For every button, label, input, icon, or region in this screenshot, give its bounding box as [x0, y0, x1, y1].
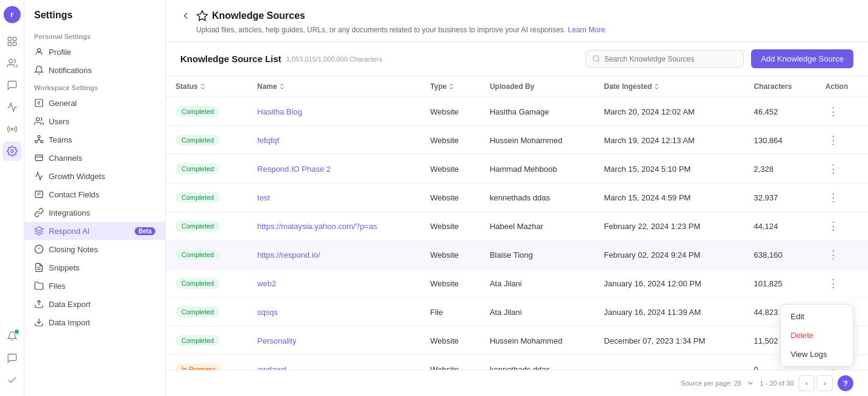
status-sort[interactable]: Status	[175, 82, 206, 91]
name-sort[interactable]: Name	[257, 82, 286, 91]
icon-bar-dashboard[interactable]	[2, 32, 22, 51]
action-menu-button[interactable]: ⋮	[825, 161, 841, 177]
prev-page-button[interactable]: ‹	[799, 375, 814, 391]
action-menu-button[interactable]: ⋮	[825, 275, 841, 291]
dropdown-view-logs[interactable]: View Logs	[781, 345, 853, 364]
learn-more-link[interactable]: Learn More	[568, 26, 605, 34]
icon-bar-broadcast[interactable]	[2, 119, 22, 139]
icon-bar-reports[interactable]	[2, 97, 22, 117]
name-link[interactable]: awdawd	[257, 365, 286, 370]
svg-point-11	[35, 140, 37, 143]
action-menu-button[interactable]: ⋮	[825, 104, 841, 119]
svg-line-24	[598, 60, 599, 62]
type-cell: Website	[420, 241, 480, 269]
status-cell: In Progress	[166, 355, 247, 370]
sidebar-item-data-export[interactable]: Data Export	[24, 295, 165, 313]
status-cell: Completed	[166, 298, 247, 327]
sidebar-item-notifications[interactable]: Notifications	[24, 61, 165, 79]
action-menu-button[interactable]: ⋮	[825, 132, 841, 148]
icon-bar-settings[interactable]	[2, 141, 22, 161]
uploaded-by-cell: Hussein Mohammed	[480, 327, 595, 355]
characters-cell: 130,864	[744, 126, 815, 155]
name-link[interactable]: fefqfqf	[257, 136, 279, 145]
sidebar-item-data-import[interactable]: Data Import	[24, 313, 165, 331]
name-link[interactable]: sqsqs	[257, 308, 278, 317]
characters-cell: 44,124	[744, 212, 815, 241]
sidebar-item-integrations[interactable]: Integrations	[24, 203, 165, 222]
uploaded-by-cell: Ata Jilani	[480, 298, 595, 327]
sidebar-item-growth-widgets[interactable]: Growth Widgets	[24, 167, 165, 185]
status-badge: Completed	[175, 135, 220, 146]
sidebar-item-general[interactable]: General	[24, 94, 165, 112]
avatar[interactable]: r	[4, 6, 21, 23]
col-status: Status	[166, 76, 247, 97]
name-link[interactable]: https://respond.io/	[257, 250, 320, 260]
col-date-ingested: Date Ingested	[595, 76, 744, 97]
sidebar-item-closing-notes[interactable]: Closing Notes	[24, 240, 165, 258]
sidebar-item-contact-fields[interactable]: Contact Fields	[24, 185, 165, 203]
sidebar: Settings Personal Settings Profile Notif…	[24, 0, 166, 396]
icon-bar-chat[interactable]	[2, 348, 22, 368]
svg-marker-22	[197, 11, 208, 21]
action-menu-button[interactable]: ⋮	[825, 189, 841, 205]
next-page-button[interactable]: ›	[817, 375, 833, 391]
status-badge: Completed	[175, 221, 220, 232]
status-cell: Completed	[166, 97, 247, 126]
help-button[interactable]: ?	[838, 375, 853, 391]
uploaded-by-cell: kennethads ddas	[480, 183, 595, 212]
dropdown-edit[interactable]: Edit	[781, 307, 853, 326]
name-link[interactable]: Respond.IO Phase 2	[257, 164, 331, 174]
back-button[interactable]	[180, 10, 191, 21]
uploaded-by-cell: Hasitha Gamage	[480, 97, 595, 126]
sidebar-item-respond-ai[interactable]: Respond AI Beta	[24, 222, 165, 240]
svg-point-10	[38, 135, 40, 138]
sidebar-item-users[interactable]: Users	[24, 112, 165, 130]
icon-bar-notifications[interactable]	[2, 327, 22, 346]
status-badge: Completed	[175, 163, 220, 174]
svg-point-7	[37, 49, 40, 52]
icon-bar-inbox[interactable]	[2, 76, 22, 95]
sidebar-item-profile[interactable]: Profile	[24, 43, 165, 61]
name-link[interactable]: https://malaysia.yahoo.com/?p=as	[257, 222, 377, 231]
name-cell: fefqfqf	[247, 126, 420, 155]
dropdown-delete[interactable]: Delete	[781, 326, 853, 345]
pagination-info: 1 - 20 of 30	[760, 380, 794, 387]
status-cell: Completed	[166, 155, 247, 183]
date-ingested-cell: December 07, 2023 1:34 PM	[595, 327, 744, 355]
date-ingested-cell: -	[595, 355, 744, 370]
action-menu-button[interactable]: ⋮	[825, 218, 841, 234]
rows-chevron-icon[interactable]	[746, 379, 755, 387]
status-badge: Completed	[175, 106, 220, 117]
type-cell: Website	[420, 183, 480, 212]
date-ingested-cell: February 02, 2024 9:24 PM	[595, 241, 744, 269]
svg-point-23	[593, 55, 599, 61]
icon-bar-contacts[interactable]	[2, 54, 22, 73]
name-cell: https://malaysia.yahoo.com/?p=as	[247, 212, 420, 241]
col-action: Action	[816, 76, 868, 97]
name-link[interactable]: Personality	[257, 336, 296, 345]
svg-point-9	[36, 118, 39, 121]
svg-point-5	[11, 129, 13, 130]
search-input[interactable]	[604, 55, 737, 63]
uploaded-by-cell: Blaise Tiong	[480, 241, 595, 269]
sidebar-item-snippets[interactable]: Snippets	[24, 258, 165, 277]
list-title: Knowledge Source List	[180, 54, 281, 64]
type-sort[interactable]: Type	[430, 82, 455, 91]
action-menu-button[interactable]: ⋮	[825, 247, 841, 263]
date-sort[interactable]: Date Ingested	[604, 82, 661, 91]
table-row: Completed https://malaysia.yahoo.com/?p=…	[166, 212, 868, 241]
name-link[interactable]: web2	[257, 279, 276, 288]
page-title: Knowledge Sources	[196, 10, 305, 22]
name-cell: Respond.IO Phase 2	[247, 155, 420, 183]
name-link[interactable]: Hasitha Blog	[257, 107, 302, 116]
name-cell: test	[247, 183, 420, 212]
status-badge: Completed	[175, 278, 220, 289]
page-header: Knowledge Sources Upload files, articles…	[166, 0, 868, 42]
sidebar-item-channels[interactable]: Channels	[24, 149, 165, 167]
icon-bar-check[interactable]	[2, 370, 22, 390]
action-cell: ⋮	[816, 126, 868, 155]
sidebar-item-files[interactable]: Files	[24, 277, 165, 295]
add-knowledge-source-button[interactable]: Add Knowledge Source	[751, 49, 853, 68]
name-link[interactable]: test	[257, 193, 270, 202]
sidebar-item-teams[interactable]: Teams	[24, 130, 165, 149]
